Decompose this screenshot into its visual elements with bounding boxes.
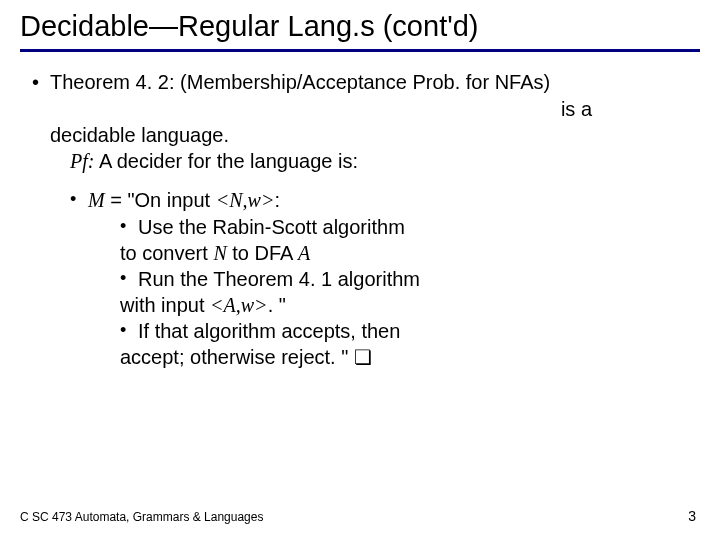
step3-line2: accept; otherwise reject. " ❏ bbox=[20, 345, 700, 370]
proof-prefix: Pf: bbox=[70, 150, 94, 172]
proof-text: A decider for the language is: bbox=[94, 150, 358, 172]
step1b-A: A bbox=[298, 242, 310, 264]
theorem-label: Theorem 4. 2: (Membership/Acceptance Pro… bbox=[20, 70, 700, 95]
machine-intro-suffix: : bbox=[274, 189, 280, 211]
footer-text: C SC 473 Automata, Grammars & Languages bbox=[20, 510, 263, 524]
proof-intro: Pf: A decider for the language is: bbox=[20, 149, 700, 174]
slide-content: Theorem 4. 2: (Membership/Acceptance Pro… bbox=[20, 70, 700, 370]
theorem-line2: decidable language. bbox=[20, 123, 700, 148]
step2b-input: <A,w> bbox=[210, 294, 268, 316]
step1b-mid: to DFA bbox=[227, 242, 298, 264]
step2-line1: Run the Theorem 4. 1 algorithm bbox=[20, 267, 700, 292]
step2b-prefix: with input bbox=[120, 294, 210, 316]
step3-line1: If that algorithm accepts, then bbox=[20, 319, 700, 344]
step1b-N: N bbox=[213, 242, 226, 264]
step2b-suffix: . " bbox=[268, 294, 286, 316]
machine-input: <N,w> bbox=[216, 189, 275, 211]
theorem-fragment: is a bbox=[20, 97, 700, 122]
step1b-prefix: to convert bbox=[120, 242, 213, 264]
slide-title: Decidable—Regular Lang.s (cont'd) bbox=[20, 10, 700, 52]
machine-M: M bbox=[88, 189, 105, 211]
step1-line1: Use the Rabin-Scott algorithm bbox=[20, 215, 700, 240]
slide: Decidable—Regular Lang.s (cont'd) Theore… bbox=[0, 0, 720, 540]
machine-intro-text: = "On input bbox=[105, 189, 216, 211]
page-number: 3 bbox=[688, 508, 696, 524]
step1-line2: to convert N to DFA A bbox=[20, 241, 700, 266]
step2-line2: with input <A,w>. " bbox=[20, 293, 700, 318]
machine-intro: M = "On input <N,w>: bbox=[20, 188, 700, 213]
